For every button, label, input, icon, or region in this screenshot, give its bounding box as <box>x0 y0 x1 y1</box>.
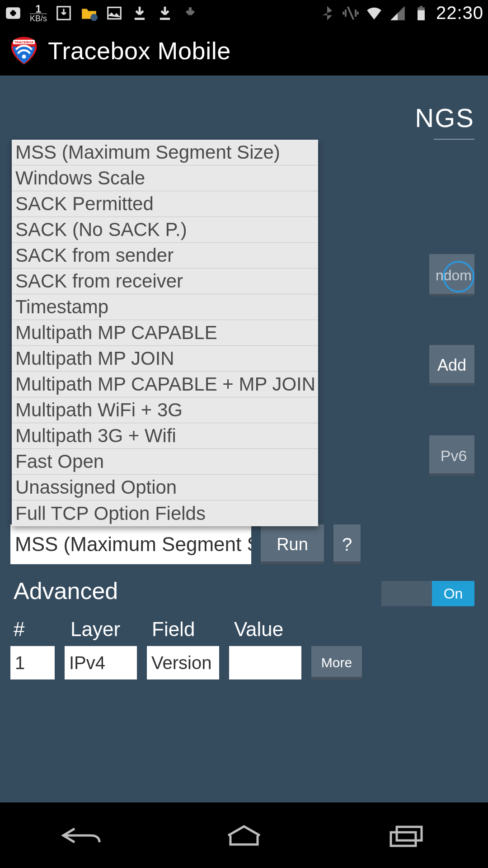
dropdown-option[interactable]: SACK from receiver <box>12 269 318 294</box>
row-field-input[interactable]: Version <box>147 646 219 679</box>
dropdown-option[interactable]: Multipath WiFi + 3G <box>12 397 318 423</box>
col-header-value: Value <box>234 618 283 641</box>
notification-plus-icon <box>5 5 22 22</box>
vibrate-icon <box>342 5 359 22</box>
svg-rect-2 <box>10 11 16 14</box>
app-logo-icon: TRACEBOX <box>8 35 40 66</box>
folder-icon <box>80 5 98 22</box>
column-headers: # Layer Field Value <box>14 618 361 641</box>
wifi-icon <box>366 5 383 22</box>
dropdown-option[interactable]: MSS (Maximum Segment Size) <box>12 140 318 165</box>
run-button[interactable]: Run <box>261 524 324 564</box>
back-button[interactable] <box>54 820 108 851</box>
col-header-layer: Layer <box>70 618 152 641</box>
download-box-icon <box>55 5 72 22</box>
help-button[interactable]: ? <box>333 524 361 564</box>
advanced-label: Advanced <box>14 577 118 604</box>
download-arrow-icon <box>182 5 199 22</box>
status-bar: 1 KB/s <box>0 0 488 26</box>
dropdown-option[interactable]: Timestamp <box>12 294 318 320</box>
nav-bar <box>0 802 488 868</box>
app-body: NGS ndom Add Pv6 MSS (Maximum Segment Si… <box>0 75 488 802</box>
add-button[interactable]: Add <box>429 345 474 386</box>
network-speed-indicator: 1 KB/s <box>30 4 47 23</box>
dropdown-option[interactable]: Full TCP Option Fields <box>12 500 318 526</box>
row-num-input[interactable]: 1 <box>10 646 55 679</box>
random-button[interactable]: ndom <box>429 254 474 297</box>
row-layer-input[interactable]: IPv4 <box>65 646 137 679</box>
signal-icon <box>389 5 406 22</box>
dropdown-option[interactable]: Multipath MP JOIN <box>12 346 318 372</box>
svg-point-11 <box>22 55 26 59</box>
ipv6-button[interactable]: Pv6 <box>429 435 474 476</box>
battery-icon <box>413 5 430 22</box>
toggle-knob: On <box>432 581 474 606</box>
dropdown-option[interactable]: SACK (No SACK P.) <box>12 217 318 243</box>
dropdown-option[interactable]: SACK from sender <box>12 243 318 269</box>
more-button[interactable]: More <box>311 646 362 679</box>
tcp-option-select[interactable]: MSS (Maximum Segment Siz <box>10 524 251 564</box>
svg-rect-13 <box>397 827 422 840</box>
status-clock: 22:30 <box>436 3 483 23</box>
app-title: Tracebox Mobile <box>48 37 231 65</box>
image-icon <box>106 5 123 22</box>
svg-text:TRACEBOX: TRACEBOX <box>14 40 34 44</box>
tcp-option-dropdown: MSS (Maximum Segment Size) Windows Scale… <box>12 140 318 526</box>
dropdown-option[interactable]: Multipath MP CAPABLE + MP JOIN <box>12 372 318 397</box>
dropdown-option[interactable]: Multipath 3G + Wifi <box>12 423 318 449</box>
svg-rect-8 <box>420 6 422 7</box>
dropdown-option[interactable]: Windows Scale <box>12 165 318 191</box>
svg-point-4 <box>90 14 98 21</box>
col-header-num: # <box>14 618 70 641</box>
dropdown-option[interactable]: Multipath MP CAPABLE <box>12 320 318 346</box>
dropdown-option[interactable]: SACK Permitted <box>12 191 318 217</box>
download-arrow-icon <box>156 5 174 22</box>
dropdown-option[interactable]: Unassigned Option <box>12 475 318 500</box>
section-heading-fragment: NGS <box>415 103 474 133</box>
recent-apps-button[interactable] <box>380 820 434 851</box>
dropdown-option[interactable]: Fast Open <box>12 449 318 475</box>
advanced-row: 1 IPv4 Version More <box>10 646 362 679</box>
row-value-input[interactable] <box>229 646 301 679</box>
home-button[interactable] <box>217 820 271 851</box>
bluetooth-icon <box>319 5 336 22</box>
svg-rect-12 <box>391 832 416 846</box>
heading-underline <box>434 139 474 140</box>
download-arrow-icon <box>131 5 148 22</box>
advanced-toggle[interactable]: On <box>381 581 474 606</box>
col-header-field: Field <box>152 618 234 641</box>
svg-rect-7 <box>418 10 425 20</box>
app-bar: TRACEBOX Tracebox Mobile <box>0 26 488 75</box>
